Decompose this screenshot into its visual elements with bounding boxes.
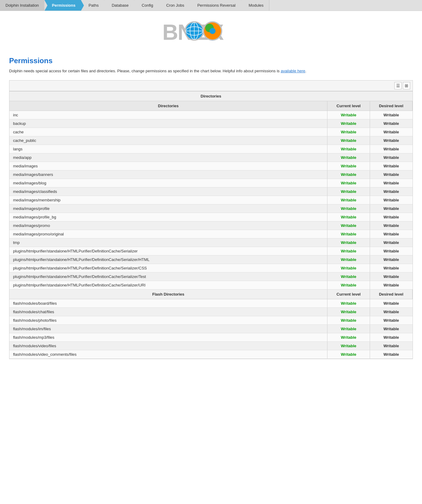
dir-path: media/images/membership xyxy=(9,196,327,204)
table-row: backup Writable Writable xyxy=(9,119,413,128)
dir-path: langs xyxy=(9,145,327,153)
dir-current: Writable xyxy=(327,255,370,264)
table-row: langs Writable Writable xyxy=(9,145,413,153)
nav-item-config[interactable]: Config xyxy=(134,0,159,11)
table-toolbar: ☰ ⊞ xyxy=(9,81,413,91)
dir-current: Writable xyxy=(327,238,370,247)
dir-desired: Writable xyxy=(370,179,413,187)
flash-dir-current: Writable xyxy=(327,299,370,307)
dir-desired: Writable xyxy=(370,247,413,255)
flash-dir-path: flash/modules/photo/files xyxy=(9,316,327,324)
table-row: media/images/promo Writable Writable xyxy=(9,221,413,230)
dir-current: Writable xyxy=(327,187,370,196)
nav-item-dolphin-installation[interactable]: Dolphin Installation xyxy=(0,0,45,11)
dir-desired: Writable xyxy=(370,128,413,136)
svg-point-11 xyxy=(209,28,216,34)
flash-dir-path: flash/modules/video/files xyxy=(9,341,327,350)
dir-current: Writable xyxy=(327,111,370,119)
table-row: cache_public Writable Writable xyxy=(9,136,413,145)
dir-current: Writable xyxy=(327,119,370,128)
dir-current: Writable xyxy=(327,213,370,221)
dir-current: Writable xyxy=(327,128,370,136)
dir-path: media/app xyxy=(9,153,327,162)
table-row: tmp Writable Writable xyxy=(9,238,413,247)
flash-dir-current: Writable xyxy=(327,324,370,333)
flash-dir-current: Writable xyxy=(327,341,370,350)
permissions-table-container: ☰ ⊞ Directories Directories Current leve… xyxy=(9,80,413,359)
dir-current: Writable xyxy=(327,230,370,238)
dir-current: Writable xyxy=(327,196,370,204)
table-row: plugins/htmlpurifier/standalone/HTMLPuri… xyxy=(9,264,413,272)
grid-view-button[interactable]: ⊞ xyxy=(403,82,410,89)
dir-current: Writable xyxy=(327,145,370,153)
dir-current: Writable xyxy=(327,272,370,281)
table-row: media/images/classifieds Writable Writab… xyxy=(9,187,413,196)
dir-current: Writable xyxy=(327,136,370,145)
table-row: cache Writable Writable xyxy=(9,128,413,136)
table-row: media/images/membership Writable Writabl… xyxy=(9,196,413,204)
dir-desired: Writable xyxy=(370,238,413,247)
dir-desired: Writable xyxy=(370,272,413,281)
flash-dir-path: flash/modules/video_comments/files xyxy=(9,350,327,358)
flash-dir-desired: Writable xyxy=(370,324,413,333)
flash-dir-current: Writable xyxy=(327,307,370,316)
table-row: media/app Writable Writable xyxy=(9,153,413,162)
nav-item-paths[interactable]: Paths xyxy=(81,0,104,11)
dir-path: media/images/banners xyxy=(9,170,327,179)
dir-current: Writable xyxy=(327,204,370,213)
nav-item-cron-jobs[interactable]: Cron Jobs xyxy=(159,0,190,11)
nav-item-permissions[interactable]: Permissions xyxy=(45,0,81,11)
flash-dir-path: flash/modules/im/files xyxy=(9,324,327,333)
dir-path: plugins/htmlpurifier/standalone/HTMLPuri… xyxy=(9,247,327,255)
table-row: plugins/htmlpurifier/standalone/HTMLPuri… xyxy=(9,281,413,289)
directories-col-headers: Directories Current level Desired level xyxy=(9,101,413,111)
dir-desired: Writable xyxy=(370,153,413,162)
dir-desired: Writable xyxy=(370,119,413,128)
flash-dir-current: Writable xyxy=(327,350,370,358)
list-view-button[interactable]: ☰ xyxy=(394,82,402,89)
table-row: media/images/banners Writable Writable xyxy=(9,170,413,179)
nav-item-database[interactable]: Database xyxy=(104,0,134,11)
main-content: Permissions Dolphin needs special access… xyxy=(0,50,422,365)
dir-desired: Writable xyxy=(370,196,413,204)
dir-current: Writable xyxy=(327,179,370,187)
dir-path: media/images/promo xyxy=(9,221,327,230)
flash-dir-desired: Writable xyxy=(370,333,413,341)
dir-path: media/images xyxy=(9,162,327,170)
navigation-bar: Dolphin InstallationPermissionsPathsData… xyxy=(0,0,422,11)
dir-current: Writable xyxy=(327,221,370,230)
table-row: media/images/profile_bg Writable Writabl… xyxy=(9,213,413,221)
dir-path: plugins/htmlpurifier/standalone/HTMLPuri… xyxy=(9,255,327,264)
dir-path: media/images/profile xyxy=(9,204,327,213)
table-row: flash/modules/mp3/files Writable Writabl… xyxy=(9,333,413,341)
nav-item-modules[interactable]: Modules xyxy=(241,0,269,11)
table-row: flash/modules/board/files Writable Writa… xyxy=(9,299,413,307)
dir-desired: Writable xyxy=(370,213,413,221)
flash-dir-path: flash/modules/mp3/files xyxy=(9,333,327,341)
dir-path: backup xyxy=(9,119,327,128)
boonex-logo: B NEX xyxy=(162,20,260,44)
table-row: media/images/promo/original Writable Wri… xyxy=(9,230,413,238)
flash-dir-desired: Writable xyxy=(370,316,413,324)
logo-area: B NEX BOONEX xyxy=(0,11,422,50)
dir-desired: Writable xyxy=(370,281,413,289)
svg-text:B: B xyxy=(162,20,179,44)
dir-current: Writable xyxy=(327,162,370,170)
table-row: flash/modules/video/files Writable Writa… xyxy=(9,341,413,350)
dir-desired: Writable xyxy=(370,162,413,170)
dir-current: Writable xyxy=(327,281,370,289)
available-here-link[interactable]: available here xyxy=(281,69,305,73)
dir-desired: Writable xyxy=(370,170,413,179)
table-row: media/images/profile Writable Writable xyxy=(9,204,413,213)
page-description: Dolphin needs special access for certain… xyxy=(9,68,413,74)
page-title: Permissions xyxy=(9,57,413,65)
dir-desired: Writable xyxy=(370,255,413,264)
nav-item-permissions-reversal[interactable]: Permissions Reversal xyxy=(190,0,241,11)
dir-desired: Writable xyxy=(370,111,413,119)
table-row: flash/modules/im/files Writable Writable xyxy=(9,324,413,333)
dir-current: Writable xyxy=(327,153,370,162)
dir-current: Writable xyxy=(327,264,370,272)
flash-dir-desired: Writable xyxy=(370,341,413,350)
dir-path: media/images/classifieds xyxy=(9,187,327,196)
dir-desired: Writable xyxy=(370,221,413,230)
